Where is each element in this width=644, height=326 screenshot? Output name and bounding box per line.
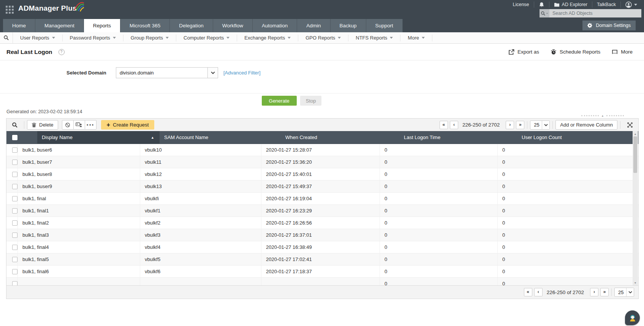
report-search-button[interactable] [0,32,13,43]
nav-tab-support[interactable]: Support [366,19,403,32]
nav-tab-microsoft-365[interactable]: Microsoft 365 [120,19,170,32]
last-page-button[interactable]: » [516,121,524,129]
row-checkbox[interactable] [12,269,17,274]
first-page-button[interactable]: « [440,121,448,129]
subnav-item-group-reports[interactable]: Group Reports [123,35,176,41]
collapse-panel-handle[interactable]: ▲ [581,114,624,117]
column-sam-account-name[interactable]: SAM Account Name [160,131,281,144]
talkback-link[interactable]: TalkBack [592,2,620,8]
column-display-name[interactable]: Display Name ▲ [37,131,160,144]
search-icon [3,35,9,41]
apps-grid-icon[interactable] [6,6,14,14]
cell-user-logon-count: 0 [498,229,614,241]
scroll-up-button[interactable]: ▲ [633,131,638,136]
smart-card-user-button[interactable] [73,120,85,130]
caret-down-icon [166,37,169,39]
caret-down-icon [226,37,229,39]
scrollbar-thumb[interactable] [633,136,637,173]
cell-display-name: bulk1, final2 [18,217,140,229]
column-last-logon-time[interactable]: Last Logon Time [399,131,517,144]
subnav-item-gpo-reports[interactable]: GPO Reports [298,35,348,41]
row-checkbox[interactable] [12,160,17,165]
subnav-item-computer-reports[interactable]: Computer Reports [176,35,237,41]
subnav-item-more[interactable]: More [400,35,432,41]
license-link[interactable]: License [508,2,533,8]
delete-button[interactable]: Delete [27,120,58,130]
column-user-logon-count[interactable]: User Logon Count [517,131,633,144]
column-when-created[interactable]: When Created [281,131,399,144]
row-checkbox[interactable] [12,208,17,214]
search-input[interactable] [549,9,641,17]
row-checkbox[interactable] [12,233,17,238]
vertical-scrollbar[interactable]: ▲ ▼ [633,131,638,285]
create-request-button[interactable]: + Create Request [101,120,155,130]
nav-tab-automation[interactable]: Automation [253,19,297,32]
stop-button[interactable]: Stop [300,96,322,106]
chevron-down-icon[interactable] [207,68,218,78]
toolbar-right: « ‹ 226-250 of 2702 › » 25 Add or Remove… [438,120,635,130]
prev-page-button[interactable]: ‹ [534,288,543,296]
row-checkbox[interactable] [12,281,17,286]
nav-tab-management[interactable]: Management [35,19,84,32]
row-checkbox[interactable] [12,196,17,201]
add-remove-column-button[interactable]: Add or Remove Column [555,120,617,130]
alarm-clock-icon [551,49,557,55]
select-all-checkbox[interactable] [12,135,17,140]
table-row: bulk1, final2 vbulkf2 2020-01-27 16:26:5… [6,217,638,229]
row-checkbox[interactable] [12,245,17,250]
caret-down-icon [338,37,341,39]
caret-down-icon [422,37,425,39]
page-header: Real Last Logon ? Export as Schedule Rep… [0,44,644,60]
ad-explorer-link[interactable]: AD Explorer [549,2,592,8]
cell-sam-account-name: vbulkf6 [140,266,261,277]
nav-tab-admin[interactable]: Admin [297,19,330,32]
table-search-button[interactable] [12,122,18,128]
scroll-down-button[interactable]: ▼ [633,280,638,285]
help-icon[interactable]: ? [59,49,65,55]
subnav-item-user-reports[interactable]: User Reports [13,35,63,41]
nav-tab-reports[interactable]: Reports [84,19,120,32]
first-page-button[interactable]: « [524,288,532,296]
notifications-button[interactable] [534,2,549,8]
nav-tab-backup[interactable]: Backup [331,19,366,32]
generate-button[interactable]: Generate [262,96,297,106]
nav-tab-home[interactable]: Home [3,19,35,32]
row-checkbox[interactable] [12,220,17,226]
cell-last-logon-time: 0 [380,217,498,229]
cell-display-name: bulk1, final [18,193,140,204]
domain-settings-button[interactable]: Domain Settings [582,21,636,30]
nav-tab-delegation[interactable]: Delegation [170,19,213,32]
prev-page-button[interactable]: ‹ [450,121,458,129]
subnav-item-password-reports[interactable]: Password Reports [63,35,123,41]
domain-select[interactable]: division.domain [116,67,218,78]
next-page-button[interactable]: › [590,288,598,296]
table-footer: « ‹ 226-250 of 2702 › » 25 [6,285,638,299]
row-checkbox[interactable] [12,172,17,177]
row-select-cell [6,156,18,168]
disable-button[interactable] [62,120,74,130]
row-checkbox[interactable] [12,147,17,153]
nav-tab-workflow[interactable]: Workflow [213,19,253,32]
fullscreen-icon[interactable] [627,122,633,128]
row-checkbox[interactable] [12,257,17,262]
export-as-button[interactable]: Export as [508,49,539,55]
row-select-cell [6,278,18,285]
page-size-select[interactable]: 25 [614,288,634,297]
more-tools-button[interactable]: ●●● [85,120,97,130]
page-size-select[interactable]: 25 [530,120,550,130]
more-actions-button[interactable]: More [612,49,633,55]
subnav-item-ntfs-reports[interactable]: NTFS Reports [348,35,400,41]
search-scope-button[interactable] [540,9,549,17]
advanced-filter-link[interactable]: [Advanced Filter] [223,70,261,76]
row-checkbox[interactable] [12,184,17,189]
next-page-button[interactable]: › [506,121,514,129]
caret-down-icon [52,37,55,39]
folder-icon [554,2,560,7]
subnav-item-exchange-reports[interactable]: Exchange Reports [237,35,298,41]
cell-user-logon-count: 0 [498,205,614,217]
cell-sam-account-name: vbulkfi [140,193,261,204]
last-page-button[interactable]: » [600,288,609,296]
support-chat-button[interactable] [625,310,640,325]
user-menu[interactable] [620,2,642,8]
schedule-reports-button[interactable]: Schedule Reports [551,49,600,55]
